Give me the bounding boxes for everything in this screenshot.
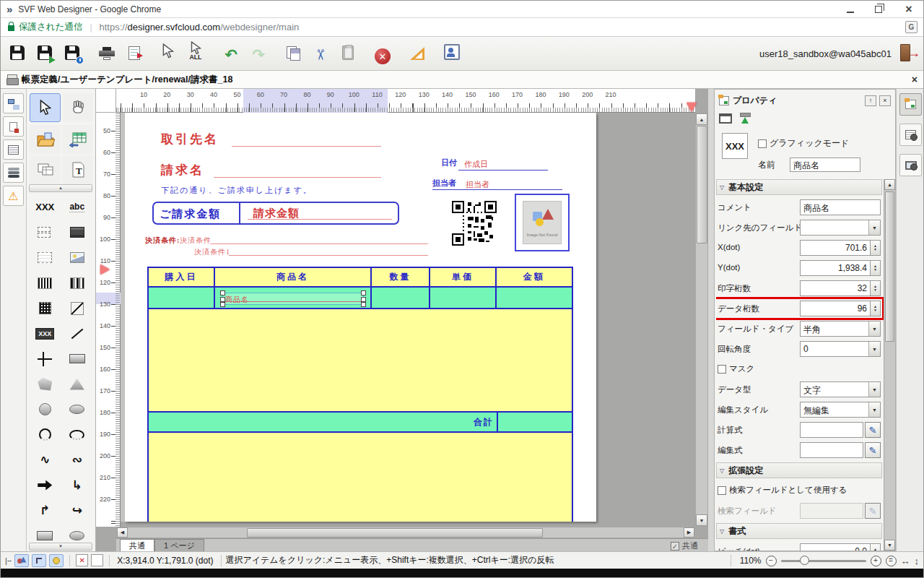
image-tool[interactable] [62,246,92,269]
toolbox-collapse-button[interactable]: ▲ [29,184,92,192]
property-spinner-input[interactable]: 701.6 [800,240,871,256]
name-input[interactable]: 商品名 [790,158,860,172]
url-host[interactable]: designer.svfcloud.com [128,22,221,33]
grid-spacing-icon[interactable]: |− [5,556,12,565]
arrow-turn-down-tool[interactable]: ↳ [62,474,92,497]
ellipse-arc-tool[interactable] [62,423,92,447]
prop-scroll-up-button[interactable]: ▲ [884,179,895,190]
spinner-buttons[interactable]: ▲▼ [871,260,881,276]
undo-icon[interactable]: ↶ [219,43,243,67]
toolbox-scroll-down-button[interactable]: ▼ [29,543,92,551]
zoom-reset-button[interactable]: = [886,556,897,566]
spinner-buttons[interactable]: ▲▼ [871,240,881,256]
scroll-down-button[interactable]: ▼ [696,514,707,526]
property-edit-input[interactable] [800,422,863,438]
property-edit-input[interactable] [800,503,863,519]
terms-label[interactable]: 決済条件: [145,236,180,246]
circle-tool[interactable] [30,398,60,421]
save-icon[interactable] [5,40,30,65]
scroll-up-button[interactable]: ▲ [696,113,707,125]
logout-icon[interactable]: → [897,43,919,64]
client-name-label[interactable]: 取引先名 [161,131,219,147]
zoom-slider-knob[interactable] [800,556,809,565]
dropdown-arrow-icon[interactable]: ▼ [868,322,880,336]
section-header[interactable]: ▽書式 [716,523,882,539]
arc-tool[interactable] [30,423,60,447]
split-image-tool[interactable] [62,297,92,320]
triangle-tool[interactable] [62,373,92,396]
selected-field-object[interactable]: 商品名 [222,293,364,305]
show-objects-toggle[interactable] [14,554,29,567]
select-all-icon[interactable]: ALL [184,38,209,63]
pages-icon[interactable] [3,116,24,137]
amount-box[interactable]: ご請求金額 請求金額 [152,202,399,225]
selection-handle[interactable] [220,302,225,307]
common-checkbox[interactable]: ✓ [671,542,679,551]
move-top-icon[interactable] [739,113,751,124]
table-header-2[interactable]: 商品名 [215,268,372,286]
delete-icon[interactable]: ✕ [370,44,395,69]
polygon-tool[interactable] [30,373,60,396]
table-copy-button[interactable] [30,155,61,184]
ellipse-tool[interactable] [62,398,92,421]
total-label[interactable]: 合計 [461,416,494,428]
property-dropdown[interactable]: 文字▼ [800,381,881,397]
secure-label[interactable]: 保護された通信 [19,21,82,33]
block-field-tool[interactable] [62,221,92,244]
edit-pencil-icon[interactable]: ✎ [865,503,881,519]
arrow-turn-up-tool[interactable]: ↱ [30,499,60,522]
wave-line-tool[interactable]: ∿ [30,449,60,472]
property-edit-input[interactable] [800,442,863,458]
table-total-row[interactable]: 合計 [147,413,573,433]
more-shape-tool-2[interactable] [62,525,92,542]
url-scheme[interactable]: https:// [100,22,128,33]
window-mode-icon[interactable] [719,113,732,124]
more-shape-tool-1[interactable] [30,525,60,542]
list-icon[interactable] [3,139,24,160]
account-icon[interactable] [440,40,464,64]
zoom-slider[interactable] [781,560,866,562]
barcode-tool[interactable] [30,272,60,295]
line-tool[interactable] [62,322,92,345]
terms-field1[interactable]: 決済条件 [180,236,212,246]
table-body-area[interactable] [147,309,573,413]
restore-icon[interactable] [875,6,882,13]
save-as-icon[interactable] [32,40,57,65]
static-text-tool[interactable]: abc [62,196,92,219]
properties-panel-icon[interactable] [899,93,922,116]
date-field[interactable]: 作成日 [464,159,488,170]
prop-scroll-down-button[interactable]: ▼ [884,540,895,551]
rect-tool[interactable] [62,348,92,371]
property-checkbox[interactable] [718,365,726,374]
property-dropdown[interactable]: ▼ [800,220,881,236]
spinner-buttons[interactable]: ▲▼ [871,543,881,551]
property-checkbox[interactable] [718,486,726,495]
field-tool[interactable]: XXX [30,196,60,219]
dropdown-arrow-icon[interactable]: ▼ [868,220,880,235]
selection-handle[interactable] [220,290,225,296]
spinner-buttons[interactable]: ▲▼ [871,301,881,316]
grid-off-icon[interactable]: ✕ [76,554,88,566]
open-form-button[interactable] [30,125,61,154]
dropdown-arrow-icon[interactable]: ▼ [868,342,880,356]
close-icon[interactable]: × [903,4,915,15]
qrcode-object[interactable] [452,201,497,246]
redo-icon[interactable]: ↷ [246,43,271,67]
tab-page1[interactable]: 1 ページ [154,539,204,551]
guide-icon[interactable] [405,41,430,66]
preview-panel-icon[interactable] [899,124,922,146]
property-dropdown[interactable]: 0▼ [800,341,881,357]
design-canvas[interactable]: 1020304050607080901001101201301401501601… [96,89,708,551]
section-header[interactable]: ▽拡張設定 [716,462,882,478]
table-import-button[interactable] [62,125,93,154]
edit-pencil-icon[interactable]: ✎ [865,422,881,438]
table-footer-area[interactable] [147,433,573,522]
fit-width-icon[interactable]: ↔ [901,556,910,566]
selection-handle[interactable] [361,297,366,302]
property-spinner-input[interactable]: 32 [800,280,871,296]
curve-line-tool[interactable]: ∾ [62,449,92,472]
tab-common[interactable]: 共通 [120,539,154,551]
properties-scrollbar[interactable]: ▲ ▼ [884,179,895,551]
table-header-3[interactable]: 数量 [372,268,430,286]
panel-close-icon[interactable]: × [879,95,891,106]
